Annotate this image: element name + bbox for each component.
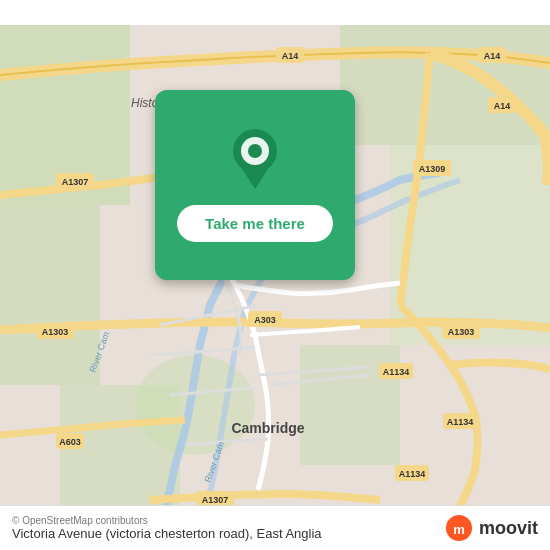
svg-rect-4	[340, 25, 550, 145]
bottom-left: © OpenStreetMap contributors Victoria Av…	[12, 515, 322, 541]
card-overlay: Take me there	[155, 90, 355, 280]
svg-text:Cambridge: Cambridge	[231, 420, 304, 436]
svg-text:A1134: A1134	[399, 469, 426, 479]
bottom-bar: © OpenStreetMap contributors Victoria Av…	[0, 505, 550, 550]
svg-rect-2	[0, 205, 100, 385]
svg-text:A303: A303	[254, 315, 276, 325]
moovit-logo: m moovit	[445, 514, 538, 542]
map-pin-icon	[230, 129, 280, 189]
moovit-label: moovit	[479, 518, 538, 539]
svg-point-42	[248, 144, 262, 158]
svg-text:A1309: A1309	[419, 164, 446, 174]
svg-text:A14: A14	[494, 101, 511, 111]
svg-text:A1303: A1303	[448, 327, 475, 337]
svg-text:A1307: A1307	[62, 177, 89, 187]
svg-text:A1307: A1307	[202, 495, 229, 505]
location-text: Victoria Avenue (victoria chesterton roa…	[12, 526, 322, 541]
svg-text:A1303: A1303	[42, 327, 69, 337]
take-me-there-button[interactable]: Take me there	[177, 205, 333, 242]
map-container: A14 A14 A14 A1309 A1307 A1303 A303 A1303…	[0, 0, 550, 550]
svg-text:A14: A14	[282, 51, 299, 61]
svg-text:m: m	[453, 522, 465, 537]
svg-text:A1134: A1134	[383, 367, 410, 377]
map-attribution: © OpenStreetMap contributors	[12, 515, 322, 526]
svg-text:A1134: A1134	[447, 417, 474, 427]
svg-marker-43	[242, 169, 268, 189]
svg-text:A14: A14	[484, 51, 501, 61]
moovit-icon-svg: m	[445, 514, 473, 542]
svg-text:A603: A603	[59, 437, 81, 447]
